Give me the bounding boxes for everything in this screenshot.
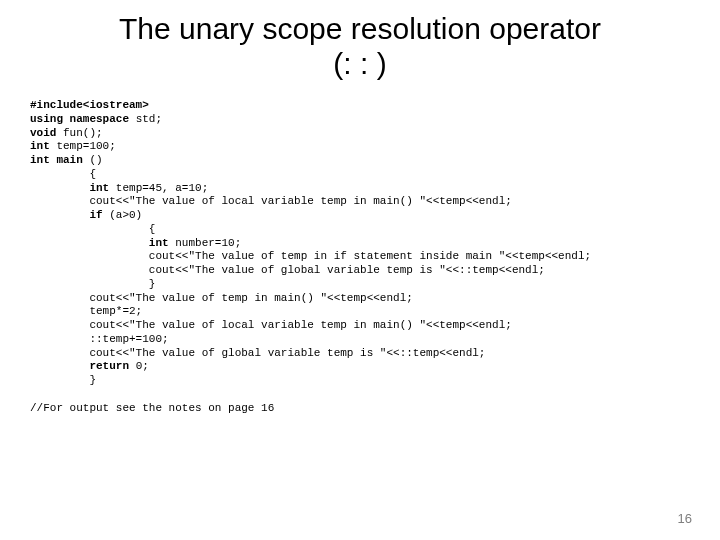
title-line-1: The unary scope resolution operator — [119, 12, 601, 45]
code-l08: cout<<"The value of local variable temp … — [30, 195, 512, 207]
title-line-2: (: : ) — [333, 47, 386, 80]
code-l04a: int — [30, 140, 56, 152]
code-l03b: fun(); — [63, 127, 103, 139]
code-l04b: temp=100; — [56, 140, 115, 152]
code-l11a: int — [30, 237, 175, 249]
code-l16: temp*=2; — [30, 305, 142, 317]
code-l05b: () — [89, 154, 102, 166]
code-l09a: if — [30, 209, 109, 221]
code-l20b: 0; — [136, 360, 149, 372]
code-l15: cout<<"The value of temp in main() "<<te… — [30, 292, 413, 304]
code-l10: { — [30, 223, 155, 235]
code-l09b: (a>0) — [109, 209, 142, 221]
code-block: #include<iostream> using namespace std; … — [30, 99, 690, 415]
code-l20a: return — [30, 360, 136, 372]
code-l02b: std; — [136, 113, 162, 125]
code-l07a: int — [30, 182, 116, 194]
code-l19: cout<<"The value of global variable temp… — [30, 347, 485, 359]
code-l07b: temp=45, a=10; — [116, 182, 208, 194]
code-l18: ::temp+=100; — [30, 333, 169, 345]
code-l13: cout<<"The value of global variable temp… — [30, 264, 545, 276]
page-number: 16 — [678, 511, 692, 526]
code-l05a: int main — [30, 154, 89, 166]
code-l12: cout<<"The value of temp in if statement… — [30, 250, 591, 262]
code-l21: } — [30, 374, 96, 386]
code-l14: } — [30, 278, 155, 290]
code-l23: //For output see the notes on page 16 — [30, 402, 274, 414]
code-l02a: using namespace — [30, 113, 136, 125]
code-l06: { — [30, 168, 96, 180]
slide-title: The unary scope resolution operator (: :… — [30, 12, 690, 81]
code-l01: #include<iostream> — [30, 99, 155, 111]
code-l11b: number=10; — [175, 237, 241, 249]
slide: The unary scope resolution operator (: :… — [0, 0, 720, 540]
code-l17: cout<<"The value of local variable temp … — [30, 319, 512, 331]
code-l03a: void — [30, 127, 63, 139]
